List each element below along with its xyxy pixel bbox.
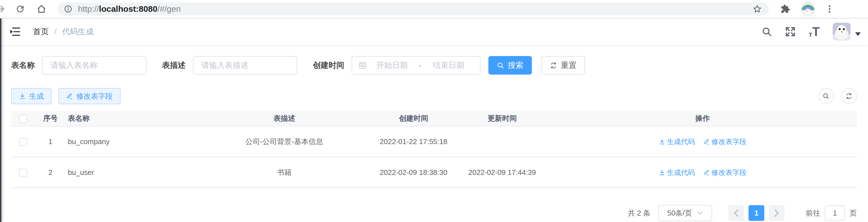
browser-chrome: http://localhost:8080/#/gen	[0, 0, 868, 19]
home-icon[interactable]	[36, 4, 46, 14]
extensions-puzzle-icon[interactable]	[780, 4, 790, 14]
table-desc-label: 表描述	[162, 60, 186, 71]
pagination-total: 共 2 条	[628, 208, 650, 218]
search-button[interactable]: 搜索	[488, 56, 532, 74]
toggle-search-button[interactable]	[818, 88, 834, 104]
row-actions: 生成代码 修改表字段	[548, 168, 857, 177]
bookmark-star-icon[interactable]	[752, 4, 762, 14]
start-date-placeholder[interactable]: 开始日期	[367, 60, 417, 71]
page-size-select[interactable]: 50条/页	[658, 205, 712, 221]
cell-create-time: 2022-02-09 18:38:30	[371, 157, 456, 188]
cell-desc: 公司-公司背景-基本信息	[197, 126, 371, 157]
search-icon[interactable]	[762, 26, 772, 37]
generate-code-label: 生成代码	[667, 168, 695, 177]
table-row[interactable]: 2 bu_user 书籍 2022-02-09 18:38:30 2022-02…	[11, 157, 857, 188]
url-scheme: http://	[78, 4, 99, 13]
user-avatar[interactable]	[833, 23, 850, 41]
chevron-left-icon	[734, 210, 739, 217]
end-date-placeholder[interactable]: 结束日期	[423, 60, 474, 71]
cell-update-time	[456, 126, 548, 157]
edit-columns-link[interactable]: 修改表字段	[704, 137, 747, 146]
next-page-button[interactable]	[769, 205, 784, 221]
download-icon	[659, 138, 665, 145]
url-text[interactable]: http://localhost:8080/#/gen	[78, 4, 752, 14]
column-actions: 操作	[548, 111, 857, 126]
table-row[interactable]: 1 bu_company 公司-公司背景-基本信息 2022-01-22 17:…	[11, 126, 857, 157]
edit-columns-label: 修改表字段	[712, 137, 747, 146]
row-checkbox[interactable]	[19, 169, 27, 177]
edit-columns-button-label: 修改表字段	[76, 91, 113, 101]
cell-name: bu_user	[66, 157, 197, 188]
date-range-separator: -	[417, 61, 423, 70]
font-size-big-letter: T	[812, 26, 820, 38]
column-update-time: 更新时间	[456, 111, 548, 126]
cell-create-time: 2022-01-22 17:55:18	[371, 126, 456, 157]
forward-icon[interactable]	[0, 4, 6, 14]
cell-update-time: 2022-02-09 17:44:39	[456, 157, 548, 188]
download-icon	[659, 169, 665, 176]
url-bar[interactable]: http://localhost:8080/#/gen	[57, 2, 769, 15]
page-size-value: 50条/页	[667, 208, 692, 218]
search-button-label: 搜索	[508, 60, 523, 71]
page: http://localhost:8080/#/gen 首页 / 代码生成	[0, 0, 868, 222]
refresh-table-button[interactable]	[841, 88, 857, 104]
create-time-range-picker[interactable]: 开始日期 - 结束日期	[351, 56, 480, 74]
cell-index: 1	[35, 126, 66, 157]
chevron-right-icon	[774, 210, 779, 217]
edit-icon	[704, 138, 710, 145]
column-desc: 表描述	[197, 111, 371, 126]
create-time-label: 创建时间	[313, 60, 344, 71]
main-content: 表名称 表描述 创建时间 开始日期 - 结束日期 搜索 重置	[0, 56, 868, 221]
row-checkbox[interactable]	[19, 138, 27, 146]
edit-columns-label: 修改表字段	[712, 168, 747, 177]
page-number-1[interactable]: 1	[749, 205, 764, 221]
table-header-row: 序号 表名称 表描述 创建时间 更新时间 操作	[11, 111, 857, 126]
goto-page-input[interactable]	[825, 205, 845, 221]
edit-icon	[66, 93, 73, 99]
breadcrumb: 首页 / 代码生成	[33, 26, 94, 37]
browser-menu-dots-icon[interactable]	[825, 4, 834, 14]
table-desc-input[interactable]	[193, 56, 297, 74]
goto-label: 前往	[806, 208, 820, 218]
row-actions: 生成代码 修改表字段	[548, 137, 857, 146]
sidebar-edge	[0, 19, 1, 222]
edit-columns-link[interactable]: 修改表字段	[704, 168, 747, 177]
navbar-right-tools: тT	[749, 23, 861, 41]
info-icon[interactable]	[64, 5, 72, 13]
font-size-small-letter: т	[809, 31, 812, 38]
app-navbar: 首页 / 代码生成 тT	[0, 19, 868, 45]
table-name-input[interactable]	[42, 56, 146, 74]
cell-desc: 书籍	[197, 157, 371, 188]
reset-button[interactable]: 重置	[541, 56, 585, 74]
collapse-sidebar-icon[interactable]	[9, 26, 21, 37]
chevron-down-icon	[697, 211, 703, 215]
calendar-icon	[358, 61, 367, 69]
profile-avatar[interactable]	[801, 2, 815, 16]
breadcrumb-home[interactable]: 首页	[33, 26, 49, 37]
page-unit-label: 页	[849, 208, 857, 218]
generate-code-label: 生成代码	[667, 137, 695, 146]
fullscreen-icon[interactable]	[785, 26, 796, 37]
prev-page-button[interactable]	[728, 205, 744, 221]
user-avatar-image	[833, 23, 850, 41]
toolbar-right	[818, 88, 857, 104]
caret-down-icon[interactable]	[855, 32, 861, 36]
search-circle-icon	[822, 93, 830, 100]
gen-table: 序号 表名称 表描述 创建时间 更新时间 操作 1 bu_company 公司-…	[11, 111, 857, 188]
edit-columns-button[interactable]: 修改表字段	[58, 88, 121, 104]
generate-code-link[interactable]: 生成代码	[659, 168, 695, 177]
generate-code-link[interactable]: 生成代码	[659, 137, 695, 146]
search-icon	[497, 62, 504, 69]
select-all-checkbox[interactable]	[19, 115, 27, 123]
refresh-circle-icon	[845, 93, 852, 100]
refresh-icon	[550, 62, 557, 69]
font-size-icon[interactable]: тT	[809, 26, 820, 38]
cell-index: 2	[35, 157, 66, 188]
breadcrumb-current: 代码生成	[62, 26, 94, 37]
profile-avatar-image	[801, 2, 815, 16]
reload-icon[interactable]	[15, 4, 25, 14]
generate-button-label: 生成	[29, 91, 44, 101]
download-icon	[19, 93, 26, 99]
generate-button[interactable]: 生成	[11, 88, 52, 104]
toolbar: 生成 修改表字段	[11, 88, 857, 104]
